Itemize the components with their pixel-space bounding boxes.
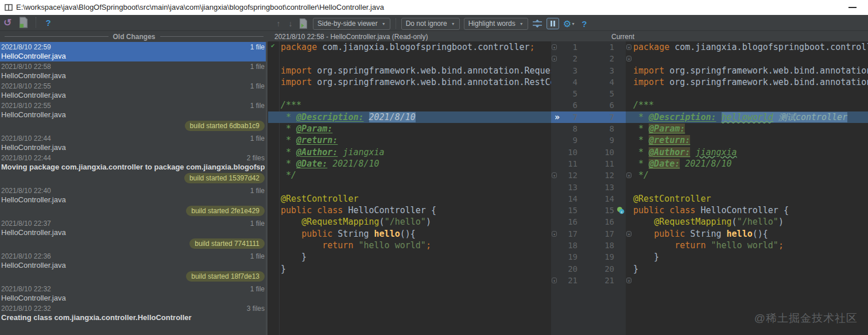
chevron-down-icon: ▼	[520, 22, 524, 26]
fold-marker-icon[interactable]: ▾	[552, 172, 557, 178]
new-line-number: 7	[578, 111, 614, 123]
old-line-number: 19	[551, 251, 578, 263]
history-date: 2021/8/10 22:58	[1, 62, 51, 71]
gutter-row: 99	[551, 134, 626, 146]
history-scrollbar[interactable]	[266, 42, 268, 335]
side-by-side-toggle-icon[interactable]	[547, 18, 559, 29]
old-line-number: 10	[551, 147, 578, 158]
code-line: * @Description: helloworld 测试controller	[626, 111, 868, 123]
history-label: HelloController.java	[1, 294, 265, 303]
old-changes-header: Old Changes	[0, 31, 268, 42]
gutter-row: 55	[551, 88, 626, 99]
gutter-row: 2121	[551, 275, 626, 286]
next-change-icon[interactable]: ↓	[286, 19, 294, 28]
revert-icon[interactable]: ↺	[2, 16, 13, 29]
code-line: import org.springframework.web.bind.anno…	[281, 65, 551, 76]
code-line: * @Param:	[633, 123, 868, 134]
gutter-row: 2020	[551, 263, 626, 275]
history-date: 2021/8/10 22:59	[1, 43, 51, 52]
jump-to-source-icon[interactable]	[299, 17, 309, 30]
history-date: 2021/8/10 22:55	[1, 101, 51, 110]
gear-icon[interactable]: ⚙▼	[563, 17, 575, 30]
code-line	[281, 275, 551, 286]
current-code: package com.jiangxia.blogofspringboot.co…	[633, 41, 868, 286]
fold-marker-icon[interactable]: ▾	[626, 44, 631, 50]
code-line: * @Description: 2021/8/10	[268, 111, 551, 123]
current-version-editor[interactable]: ▾▾▾▾▾ package com.jiangxia.blogofspringb…	[626, 41, 868, 335]
history-file-count: 1 file	[250, 101, 265, 110]
gutter-row: 22	[551, 53, 626, 64]
help-icon[interactable]: ?	[43, 16, 53, 29]
history-entry[interactable]: 2021/8/10 22:323 filesCreating class com…	[0, 303, 268, 323]
fold-marker-icon[interactable]: ▾	[626, 56, 631, 61]
old-line-number: 18	[551, 240, 578, 251]
old-line-number: 9	[551, 134, 578, 146]
build-badge: build started 15397d42	[184, 173, 265, 183]
gutter-row: 1111	[551, 158, 626, 170]
fold-marker-icon[interactable]: ▾	[552, 56, 557, 61]
gutter-row: 11	[551, 41, 626, 53]
history-label: HelloController.java	[1, 52, 265, 61]
gutter-row: 1313	[551, 182, 626, 193]
create-patch-icon[interactable]	[18, 16, 29, 29]
window-title: E:\workspace\java\BlogOfSpringboot\src\m…	[16, 3, 384, 11]
history-entry[interactable]: 2021/8/10 22:401 fileHelloController.jav…	[0, 186, 268, 205]
gutter-row: 66	[551, 99, 626, 111]
spring-bean-icon[interactable]: c	[617, 206, 625, 214]
old-line-number: 4	[551, 76, 578, 88]
history-entry[interactable]: 2021/8/10 22:371 fileHelloController.jav…	[0, 218, 268, 238]
help-icon[interactable]: ?	[579, 17, 590, 30]
whitespace-policy-dropdown[interactable]: Do not ignore▼	[401, 18, 460, 30]
history-entry[interactable]: 2021/8/10 22:551 fileHelloController.jav…	[0, 101, 268, 120]
history-entry[interactable]: 2021/8/10 22:321 fileHelloController.jav…	[0, 284, 268, 303]
old-line-number: 14	[551, 193, 578, 205]
code-line: /***	[281, 99, 551, 111]
old-line-number: 5	[551, 88, 578, 99]
code-line: package com.jiangxia.blogofspringboot.co…	[633, 41, 868, 53]
collapse-unchanged-icon[interactable]	[532, 17, 542, 30]
gutter-row: 1919	[551, 251, 626, 263]
history-file-count: 2 files	[247, 153, 265, 163]
history-entry[interactable]: 2021/8/10 22:442 filesMoving package com…	[0, 153, 268, 172]
inspection-ok-icon: ✔	[271, 42, 275, 49]
history-entry[interactable]: 2021/8/10 22:581 fileHelloController.jav…	[0, 61, 268, 81]
code-line: * @return:	[633, 134, 868, 146]
minimize-button[interactable]	[848, 7, 857, 8]
diff-toolbar: ↺ ? ↑ ↓ Side-by-side viewer▼ Do not igno…	[0, 15, 868, 31]
code-line: * @Date: 2021/8/10	[633, 158, 868, 170]
code-line: }	[633, 251, 868, 263]
code-line	[633, 275, 868, 286]
history-entry[interactable]: 2021/8/10 22:591 fileHelloController.jav…	[0, 42, 268, 61]
history-date: 2021/8/10 22:37	[1, 219, 51, 228]
history-entry[interactable]: 2021/8/10 22:441 fileHelloController.jav…	[0, 133, 268, 153]
fold-marker-icon[interactable]: ▾	[552, 231, 557, 237]
toolbar-left-group: ↺ ?	[2, 16, 53, 29]
fold-marker-icon[interactable]: ▾	[552, 44, 557, 50]
code-line: @RestController	[633, 193, 868, 205]
gutter-row: 88	[551, 123, 626, 134]
old-code: package com.jiangxia.blogofspringboot.co…	[281, 41, 551, 286]
old-version-editor[interactable]: ✔ package com.jiangxia.blogofspringboot.…	[268, 41, 551, 335]
window-titlebar: E:\workspace\java\BlogOfSpringboot\src\m…	[0, 0, 868, 15]
history-entry[interactable]: 2021/8/10 22:361 fileHelloController.jav…	[0, 251, 268, 271]
code-line: }	[281, 263, 551, 275]
fold-marker-icon[interactable]: ▾	[552, 278, 557, 283]
new-line-number: 19	[578, 251, 614, 263]
build-badge-row: build started 7741111	[0, 238, 268, 251]
line-numbers: 1122334455667788991010111112121313141415…	[551, 41, 626, 286]
diff-window-icon	[5, 3, 13, 11]
history-file-count: 3 files	[247, 304, 265, 313]
highlight-mode-dropdown[interactable]: Highlight words▼	[464, 18, 528, 30]
previous-change-icon[interactable]: ↑	[274, 19, 282, 28]
fold-marker-icon[interactable]: ▾	[626, 278, 631, 283]
new-line-number: 4	[578, 76, 614, 88]
build-badge-row: build started 18f7de13	[0, 271, 268, 284]
fold-marker-icon[interactable]: ▾	[626, 231, 631, 237]
new-line-number: 17	[578, 228, 614, 240]
history-entry[interactable]: 2021/8/10 22:551 fileHelloController.jav…	[0, 81, 268, 101]
fold-marker-icon[interactable]: ▾	[626, 172, 631, 178]
code-line: @RestController	[281, 193, 551, 205]
viewer-mode-dropdown[interactable]: Side-by-side viewer▼	[313, 18, 390, 30]
toolbar-separator	[36, 17, 36, 28]
apply-change-icon[interactable]: »	[555, 111, 560, 123]
